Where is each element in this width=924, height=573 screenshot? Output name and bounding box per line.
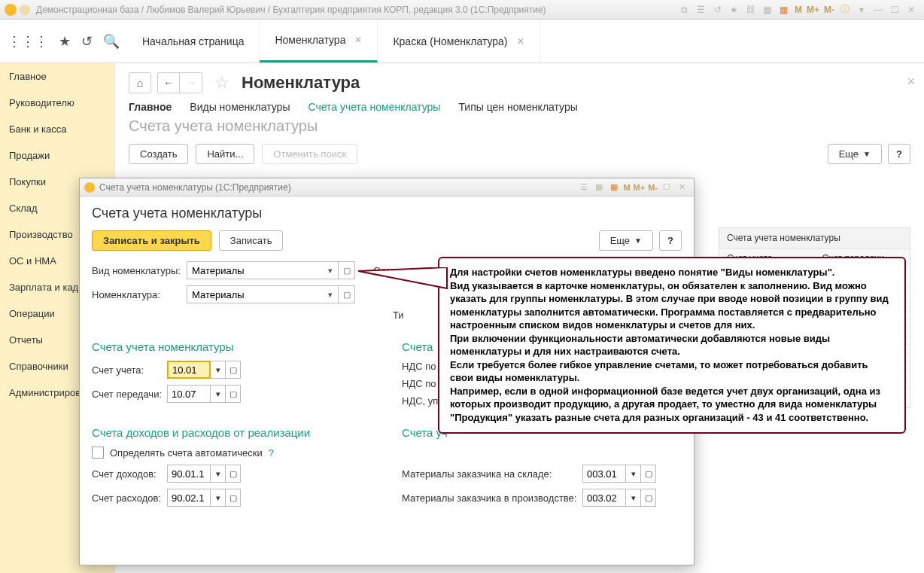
transfer-input[interactable] [167,385,211,403]
svg-marker-0 [358,267,447,288]
tb-calendar-icon[interactable]: ▦ [777,3,791,17]
app-titlebar: Демонстрационная база / Любимов Валерий … [0,0,924,20]
apps-icon[interactable]: ⋮⋮⋮ [8,33,48,50]
dlg-max-icon[interactable]: ☐ [661,181,673,194]
cust-stock-label: Материалы заказчика на складе: [402,468,582,480]
nomen-open-icon[interactable]: ▢ [339,285,355,303]
favorites-icon[interactable]: ★ [59,33,71,50]
dlg-mem-m[interactable]: M [623,183,630,192]
search-icon[interactable]: 🔍 [103,33,120,50]
acct-label: Счет учета: [92,364,167,376]
tab-nomenclature[interactable]: Номенклатура ✕ [260,20,378,62]
dlg-calc-icon[interactable]: ▦ [593,181,605,194]
find-button[interactable]: Найти... [196,144,254,164]
app-title: Демонстрационная база / Любимов Валерий … [36,5,546,15]
income-input[interactable] [167,465,211,483]
section-pl: Счета доходов и расходов от реализации [92,426,372,439]
income-dd-icon[interactable]: ▾ [211,465,226,483]
dlg-close-icon[interactable]: ✕ [676,181,688,194]
expense-dd-icon[interactable]: ▾ [211,489,226,507]
tb-mem-mminus[interactable]: M- [824,5,834,15]
expense-open-icon[interactable]: ▢ [226,489,241,507]
history-icon[interactable]: ↺ [81,33,93,50]
income-open-icon[interactable]: ▢ [226,465,241,483]
help-button[interactable]: ? [888,144,910,164]
cust-stock-input[interactable] [582,465,626,483]
chevron-down-icon: ▼ [863,150,871,158]
cust-prod-dd-icon[interactable]: ▾ [626,489,641,507]
nomen-input[interactable] [187,285,322,303]
expense-input[interactable] [167,489,211,507]
subtab-accounts[interactable]: Счета учета номенклатуры [308,101,440,113]
page-close-icon[interactable]: × [907,74,915,90]
tb-dd-icon[interactable]: ▾ [855,3,868,17]
kind-input[interactable] [187,261,322,279]
forward-icon[interactable]: → [180,72,202,93]
tb-mem-m[interactable]: M [795,5,802,15]
close-icon[interactable]: ✕ [904,3,918,17]
info-callout: Для настройки счетов номенклатуры введен… [438,257,906,434]
dlg-mem-mplus[interactable]: M+ [634,183,646,192]
tb-icon-3[interactable]: ↺ [711,3,725,17]
tb-icon-2[interactable]: ☰ [695,3,708,17]
tab-close-icon[interactable]: ✕ [517,36,524,47]
write-close-button[interactable]: Записать и закрыть [92,230,211,251]
min-icon[interactable]: — [871,3,885,17]
auto-help-link[interactable]: ? [269,447,274,459]
home-icon[interactable]: ⌂ [129,72,151,93]
income-label: Счет доходов: [92,468,167,480]
auto-checkbox[interactable] [92,447,104,459]
kind-dd-icon[interactable]: ▾ [322,261,339,279]
subtab-main[interactable]: Главное [129,101,172,113]
tb-mem-mplus[interactable]: M+ [807,5,819,15]
dialog-titlebar: Счета учета номенклатуры (1С:Предприятие… [80,178,694,197]
tb-calc-icon[interactable]: ▦ [761,3,774,17]
app-logo2-icon [20,5,30,15]
acct-input[interactable] [167,361,211,379]
cust-stock-dd-icon[interactable]: ▾ [626,465,641,483]
cust-prod-open-icon[interactable]: ▢ [641,489,656,507]
more-button[interactable]: Еще▼ [828,144,882,164]
tb-info-icon[interactable]: ⓘ [838,3,852,17]
tab-paint-label: Краска (Номенклатура) [393,35,507,47]
nomen-dd-icon[interactable]: ▾ [322,285,339,303]
dialog-help-button[interactable]: ? [659,230,682,251]
back-icon[interactable]: ← [157,72,180,93]
sidebar-item-manager[interactable]: Руководителю [0,90,114,116]
cancel-search-button[interactable]: Отменить поиск [262,144,357,164]
subtab-kinds[interactable]: Виды номенклатуры [190,101,290,113]
favorite-star-icon[interactable]: ☆ [214,73,229,93]
page-title: Номенклатура [242,73,360,93]
sidebar-item-sales[interactable]: Продажи [0,142,114,169]
kind-label: Вид номенклатуры: [92,265,182,276]
tab-home[interactable]: Начальная страница [127,20,260,62]
transfer-open-icon[interactable]: ▢ [226,385,241,403]
write-button[interactable]: Записать [219,230,284,251]
section-accounts: Счета учета номенклатуры [92,340,372,353]
sidebar-item-bank[interactable]: Банк и касса [0,116,114,142]
subtab-pricetypes[interactable]: Типы цен номенклатуры [458,101,577,113]
transfer-label: Счет передачи: [92,389,167,400]
appbar-left: ⋮⋮⋮ ★ ↺ 🔍 [0,20,127,62]
tab-paint[interactable]: Краска (Номенклатура) ✕ [378,20,540,62]
tb-icon-1[interactable]: ⧉ [678,3,691,17]
acct-open-icon[interactable]: ▢ [226,361,241,379]
max-icon[interactable]: ☐ [888,3,901,17]
create-button[interactable]: Создать [129,144,188,164]
tb-link-icon[interactable]: ⛓ [744,3,758,17]
transfer-dd-icon[interactable]: ▾ [211,385,226,403]
sidebar-item-main[interactable]: Главное [0,63,114,90]
cust-stock-open-icon[interactable]: ▢ [641,465,656,483]
acct-dd-icon[interactable]: ▾ [211,361,226,379]
dlg-mem-mminus[interactable]: M- [648,183,658,192]
cust-prod-label: Материалы заказчика в производстве: [402,492,582,504]
dialog-more-button[interactable]: Еще▼ [599,230,653,251]
tab-close-icon[interactable]: ✕ [354,35,362,45]
dlg-calendar-icon[interactable]: ▦ [608,181,620,194]
dialog-logo-icon [84,182,95,193]
kind-open-icon[interactable]: ▢ [339,261,355,279]
tb-star-icon[interactable]: ★ [728,3,741,17]
dlg-tb-icon[interactable]: ☰ [578,181,590,194]
cust-prod-input[interactable] [582,489,626,507]
type-info-label: Ти [393,309,404,321]
